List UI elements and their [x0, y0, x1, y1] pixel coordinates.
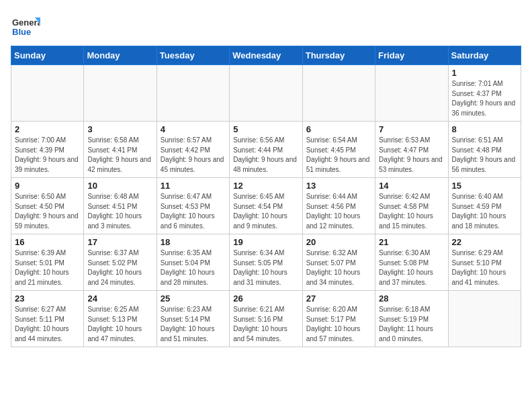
day-number: 13 — [306, 181, 371, 191]
day-number: 4 — [161, 124, 226, 134]
day-number: 19 — [233, 237, 298, 247]
day-info: Sunrise: 6:18 AM Sunset: 5:19 PM Dayligh… — [379, 305, 444, 344]
calendar-cell: 13Sunrise: 6:44 AM Sunset: 4:56 PM Dayli… — [302, 178, 375, 234]
day-number: 9 — [15, 181, 80, 191]
calendar-cell: 6Sunrise: 6:54 AM Sunset: 4:45 PM Daylig… — [302, 122, 375, 178]
day-number: 8 — [452, 124, 517, 134]
calendar-cell: 7Sunrise: 6:53 AM Sunset: 4:47 PM Daylig… — [375, 122, 448, 178]
weekday-header-wednesday: Wednesday — [230, 46, 302, 65]
weekday-header-monday: Monday — [84, 46, 157, 65]
weekday-header-row: SundayMondayTuesdayWednesdayThursdayFrid… — [11, 46, 521, 65]
day-info: Sunrise: 6:56 AM Sunset: 4:44 PM Dayligh… — [233, 136, 298, 175]
calendar-cell: 4Sunrise: 6:57 AM Sunset: 4:42 PM Daylig… — [157, 122, 229, 178]
day-number: 28 — [379, 293, 444, 304]
day-info: Sunrise: 6:32 AM Sunset: 5:07 PM Dayligh… — [306, 248, 371, 287]
logo: General Blue — [11, 11, 40, 40]
weekday-header-sunday: Sunday — [11, 46, 84, 65]
weekday-header-saturday: Saturday — [448, 46, 521, 65]
day-number: 10 — [87, 181, 152, 191]
day-number: 14 — [379, 181, 444, 191]
day-number: 6 — [306, 124, 371, 134]
day-number: 5 — [233, 124, 298, 134]
calendar-cell: 21Sunrise: 6:30 AM Sunset: 5:08 PM Dayli… — [375, 234, 448, 291]
day-number: 21 — [379, 237, 444, 247]
day-number: 11 — [161, 181, 226, 191]
calendar-cell: 17Sunrise: 6:37 AM Sunset: 5:02 PM Dayli… — [84, 234, 157, 291]
day-number: 7 — [379, 124, 444, 134]
day-info: Sunrise: 6:51 AM Sunset: 4:48 PM Dayligh… — [452, 136, 517, 175]
calendar-cell — [11, 65, 84, 122]
calendar-cell: 8Sunrise: 6:51 AM Sunset: 4:48 PM Daylig… — [448, 122, 521, 178]
day-number: 27 — [306, 293, 371, 304]
svg-text:Blue: Blue — [12, 27, 31, 37]
day-info: Sunrise: 6:25 AM Sunset: 5:13 PM Dayligh… — [87, 305, 152, 344]
day-info: Sunrise: 6:30 AM Sunset: 5:08 PM Dayligh… — [379, 248, 444, 287]
calendar-cell: 2Sunrise: 7:00 AM Sunset: 4:39 PM Daylig… — [11, 122, 84, 178]
calendar-cell: 27Sunrise: 6:20 AM Sunset: 5:17 PM Dayli… — [302, 291, 375, 347]
day-info: Sunrise: 6:58 AM Sunset: 4:41 PM Dayligh… — [87, 136, 152, 175]
day-info: Sunrise: 6:27 AM Sunset: 5:11 PM Dayligh… — [15, 305, 80, 344]
calendar-cell — [230, 65, 302, 122]
calendar-cell: 10Sunrise: 6:48 AM Sunset: 4:51 PM Dayli… — [84, 178, 157, 234]
day-info: Sunrise: 6:50 AM Sunset: 4:50 PM Dayligh… — [15, 192, 80, 231]
calendar-cell — [375, 65, 448, 122]
calendar-cell: 12Sunrise: 6:45 AM Sunset: 4:54 PM Dayli… — [230, 178, 302, 234]
day-info: Sunrise: 6:23 AM Sunset: 5:14 PM Dayligh… — [161, 305, 226, 344]
day-info: Sunrise: 6:29 AM Sunset: 5:10 PM Dayligh… — [452, 248, 517, 287]
day-number: 20 — [306, 237, 371, 247]
calendar-cell: 16Sunrise: 6:39 AM Sunset: 5:01 PM Dayli… — [11, 234, 84, 291]
day-info: Sunrise: 6:40 AM Sunset: 4:59 PM Dayligh… — [452, 192, 517, 231]
day-info: Sunrise: 6:57 AM Sunset: 4:42 PM Dayligh… — [161, 136, 226, 175]
day-number: 22 — [452, 237, 517, 247]
calendar-cell: 14Sunrise: 6:42 AM Sunset: 4:58 PM Dayli… — [375, 178, 448, 234]
calendar-cell — [157, 65, 229, 122]
calendar-cell: 3Sunrise: 6:58 AM Sunset: 4:41 PM Daylig… — [84, 122, 157, 178]
calendar-cell: 9Sunrise: 6:50 AM Sunset: 4:50 PM Daylig… — [11, 178, 84, 234]
day-number: 25 — [161, 293, 226, 304]
calendar-cell: 20Sunrise: 6:32 AM Sunset: 5:07 PM Dayli… — [302, 234, 375, 291]
calendar-week-row: 23Sunrise: 6:27 AM Sunset: 5:11 PM Dayli… — [11, 291, 521, 347]
day-info: Sunrise: 6:44 AM Sunset: 4:56 PM Dayligh… — [306, 192, 371, 231]
calendar-cell: 11Sunrise: 6:47 AM Sunset: 4:53 PM Dayli… — [157, 178, 229, 234]
calendar-cell: 15Sunrise: 6:40 AM Sunset: 4:59 PM Dayli… — [448, 178, 521, 234]
calendar-cell — [84, 65, 157, 122]
day-info: Sunrise: 6:53 AM Sunset: 4:47 PM Dayligh… — [379, 136, 444, 175]
day-number: 17 — [87, 237, 152, 247]
calendar-cell: 25Sunrise: 6:23 AM Sunset: 5:14 PM Dayli… — [157, 291, 229, 347]
calendar-week-row: 2Sunrise: 7:00 AM Sunset: 4:39 PM Daylig… — [11, 122, 521, 178]
day-info: Sunrise: 6:42 AM Sunset: 4:58 PM Dayligh… — [379, 192, 444, 231]
calendar-cell: 22Sunrise: 6:29 AM Sunset: 5:10 PM Dayli… — [448, 234, 521, 291]
calendar-week-row: 9Sunrise: 6:50 AM Sunset: 4:50 PM Daylig… — [11, 178, 521, 234]
day-info: Sunrise: 7:00 AM Sunset: 4:39 PM Dayligh… — [15, 136, 80, 175]
logo-icon: General Blue — [11, 11, 40, 40]
day-number: 1 — [452, 68, 517, 78]
day-number: 2 — [15, 124, 80, 134]
day-info: Sunrise: 6:47 AM Sunset: 4:53 PM Dayligh… — [161, 192, 226, 231]
weekday-header-thursday: Thursday — [302, 46, 375, 65]
day-info: Sunrise: 6:54 AM Sunset: 4:45 PM Dayligh… — [306, 136, 371, 175]
calendar-cell: 23Sunrise: 6:27 AM Sunset: 5:11 PM Dayli… — [11, 291, 84, 347]
day-info: Sunrise: 7:01 AM Sunset: 4:37 PM Dayligh… — [452, 79, 517, 118]
day-info: Sunrise: 6:39 AM Sunset: 5:01 PM Dayligh… — [15, 248, 80, 287]
calendar-cell: 18Sunrise: 6:35 AM Sunset: 5:04 PM Dayli… — [157, 234, 229, 291]
weekday-header-tuesday: Tuesday — [157, 46, 229, 65]
day-number: 18 — [161, 237, 226, 247]
page-header: General Blue — [11, 11, 521, 40]
day-number: 3 — [87, 124, 152, 134]
calendar-cell: 5Sunrise: 6:56 AM Sunset: 4:44 PM Daylig… — [230, 122, 302, 178]
day-number: 23 — [15, 293, 80, 304]
calendar-cell: 24Sunrise: 6:25 AM Sunset: 5:13 PM Dayli… — [84, 291, 157, 347]
day-info: Sunrise: 6:20 AM Sunset: 5:17 PM Dayligh… — [306, 305, 371, 344]
day-number: 16 — [15, 237, 80, 247]
day-info: Sunrise: 6:48 AM Sunset: 4:51 PM Dayligh… — [87, 192, 152, 231]
day-info: Sunrise: 6:37 AM Sunset: 5:02 PM Dayligh… — [87, 248, 152, 287]
day-info: Sunrise: 6:21 AM Sunset: 5:16 PM Dayligh… — [233, 305, 298, 344]
calendar-cell: 26Sunrise: 6:21 AM Sunset: 5:16 PM Dayli… — [230, 291, 302, 347]
calendar-cell: 1Sunrise: 7:01 AM Sunset: 4:37 PM Daylig… — [448, 65, 521, 122]
calendar-cell: 28Sunrise: 6:18 AM Sunset: 5:19 PM Dayli… — [375, 291, 448, 347]
weekday-header-friday: Friday — [375, 46, 448, 65]
calendar-week-row: 16Sunrise: 6:39 AM Sunset: 5:01 PM Dayli… — [11, 234, 521, 291]
calendar-table: SundayMondayTuesdayWednesdayThursdayFrid… — [11, 46, 521, 347]
calendar-cell — [448, 291, 521, 347]
calendar-cell: 19Sunrise: 6:34 AM Sunset: 5:05 PM Dayli… — [230, 234, 302, 291]
